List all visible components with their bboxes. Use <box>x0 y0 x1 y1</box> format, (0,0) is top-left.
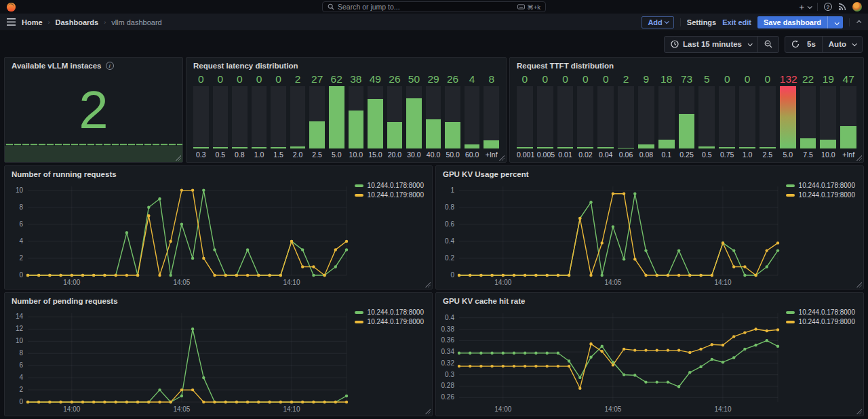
panel-title[interactable]: Request latency distribution <box>193 62 298 70</box>
bar-column[interactable]: 00.02 <box>577 73 593 159</box>
svg-text:10: 10 <box>16 337 24 344</box>
panel-title[interactable]: GPU KV cache hit rate <box>443 297 525 305</box>
bar-column[interactable]: 460.0 <box>465 73 480 159</box>
create-new-button[interactable]: + <box>799 3 811 12</box>
bar-column[interactable]: 1910.0 <box>820 73 836 159</box>
legend-swatch-icon <box>355 311 363 314</box>
bar-column[interactable]: 00.5 <box>213 73 229 159</box>
svg-text:4: 4 <box>19 374 23 381</box>
zoom-out-button[interactable] <box>758 37 778 52</box>
bar-column[interactable]: 625.0 <box>329 73 344 159</box>
legend-item[interactable]: 10.244.0.178:8000 <box>355 308 424 316</box>
add-panel-button[interactable]: Add <box>642 16 673 28</box>
time-series-pending-requests[interactable]: 0246810121414:0014:0514:10 10.244.0.178:… <box>6 308 429 414</box>
panel-title[interactable]: GPU KV Usage percent <box>443 170 529 178</box>
bar-column[interactable]: 00.04 <box>597 73 614 159</box>
bar-column[interactable]: 2620.0 <box>387 73 403 159</box>
auto-refresh-picker[interactable]: Auto <box>823 37 862 52</box>
bar-column[interactable]: 50.5 <box>698 73 715 159</box>
save-dashboard-button[interactable]: Save dashboard <box>757 16 843 28</box>
panel-title[interactable]: Number of pending requests <box>12 297 118 305</box>
panel-resize-handle[interactable] <box>498 155 505 161</box>
help-icon[interactable]: ? <box>824 3 832 11</box>
bar-column[interactable]: 47+Inf <box>840 73 856 159</box>
settings-button[interactable]: Settings <box>687 18 716 26</box>
panel-resize-handle[interactable] <box>425 281 431 287</box>
bar-track <box>290 86 306 148</box>
breadcrumb-dashboards[interactable]: Dashboards <box>56 18 99 26</box>
bar-column[interactable]: 20.06 <box>618 73 634 159</box>
panel-title[interactable]: Number of running requests <box>12 170 117 178</box>
news-rss-icon[interactable] <box>838 3 846 11</box>
exit-edit-button[interactable]: Exit edit <box>722 18 751 26</box>
panel-resize-handle[interactable] <box>856 155 862 161</box>
legend-item[interactable]: 10.244.0.178:8000 <box>355 182 424 189</box>
bar-column[interactable]: 227.5 <box>800 73 816 159</box>
bar-column[interactable]: 8+Inf <box>484 73 499 159</box>
legend-item[interactable]: 10.244.0.179:8000 <box>786 191 855 199</box>
time-series-cache-hit-rate[interactable]: 0.260.280.30.320.340.360.380.414:0014:05… <box>437 308 861 414</box>
bar-value-label: 0 <box>252 73 267 85</box>
bar-column[interactable]: 2940.0 <box>426 73 441 159</box>
time-series-running-requests[interactable]: 024681014:0014:0514:10 10.244.0.178:8000… <box>6 181 429 287</box>
bar-column[interactable]: 4915.0 <box>368 73 383 159</box>
search-input[interactable]: Search or jump to... ⌘+k <box>322 1 546 12</box>
time-series-gpu-kv-usage[interactable]: 00.20.40.60.8114:0014:0514:10 10.244.0.1… <box>437 181 861 287</box>
bar-gauge-latency[interactable]: 00.300.500.801.001.522.0272.5625.03810.0… <box>186 72 506 162</box>
bar-column[interactable]: 01.0 <box>739 73 755 159</box>
grafana-logo-icon[interactable] <box>6 2 16 12</box>
bar-column[interactable]: 272.5 <box>309 73 325 159</box>
bar-column[interactable]: 3810.0 <box>349 73 364 159</box>
svg-text:12: 12 <box>16 325 24 332</box>
collapse-toolbar-icon[interactable] <box>856 20 861 25</box>
bar-column[interactable]: 02.5 <box>760 73 776 159</box>
bar-column[interactable]: 90.08 <box>638 73 654 159</box>
bar-column[interactable]: 00.001 <box>517 73 533 159</box>
bar-value-label: 19 <box>820 73 836 85</box>
bar-fill <box>329 86 344 148</box>
panel-resize-handle[interactable] <box>175 155 181 161</box>
bar-category-label: 0.005 <box>537 148 553 159</box>
legend-item[interactable]: 10.244.0.179:8000 <box>786 318 855 325</box>
refresh-interval-label[interactable]: 5s <box>806 37 822 52</box>
bar-track <box>760 86 776 148</box>
bar-column[interactable]: 00.8 <box>232 73 248 159</box>
bar-fill <box>618 148 634 148</box>
profile-avatar[interactable] <box>852 2 862 12</box>
menu-icon[interactable] <box>7 18 16 26</box>
panel-resize-handle[interactable] <box>425 408 431 414</box>
bar-column[interactable]: 2650.0 <box>445 73 460 159</box>
legend-item[interactable]: 10.244.0.178:8000 <box>786 182 855 189</box>
bar-value-label: 0 <box>271 73 286 85</box>
legend-item[interactable]: 10.244.0.179:8000 <box>355 318 424 325</box>
bar-column[interactable]: 00.3 <box>193 73 209 159</box>
info-icon[interactable]: i <box>106 62 114 70</box>
bar-column[interactable]: 00.01 <box>557 73 574 159</box>
bar-fill <box>638 144 654 148</box>
time-range-picker[interactable]: Last 15 minutes <box>665 37 757 52</box>
bar-fill <box>252 147 267 148</box>
bar-column[interactable]: 22.0 <box>290 73 306 159</box>
bar-fill <box>800 138 816 148</box>
panel-title[interactable]: Request TTFT distribution <box>517 62 614 70</box>
panel-request-latency-distribution: Request latency distribution 00.300.500.… <box>186 57 507 163</box>
bar-column[interactable]: 01.5 <box>271 73 286 159</box>
legend-item[interactable]: 10.244.0.178:8000 <box>786 308 855 316</box>
save-options-caret[interactable] <box>827 16 843 28</box>
legend-item[interactable]: 10.244.0.179:8000 <box>355 191 424 199</box>
bar-gauge-ttft[interactable]: 00.00100.00500.0100.0200.0420.0690.08180… <box>510 72 863 162</box>
bar-track <box>252 86 267 148</box>
bar-column[interactable]: 01.0 <box>252 73 267 159</box>
panel-title[interactable]: Available vLLM instaces <box>12 62 102 70</box>
bar-column[interactable]: 180.1 <box>658 73 675 159</box>
legend-series-label: 10.244.0.178:8000 <box>799 182 855 189</box>
bar-column[interactable]: 5030.0 <box>406 73 422 159</box>
breadcrumb-home[interactable]: Home <box>22 18 43 26</box>
bar-column[interactable]: 00.005 <box>537 73 553 159</box>
bar-column[interactable]: 00.75 <box>719 73 735 159</box>
bar-column[interactable]: 730.25 <box>679 73 695 159</box>
panel-resize-handle[interactable] <box>856 281 862 287</box>
panel-resize-handle[interactable] <box>856 408 862 414</box>
bar-column[interactable]: 1325.0 <box>780 73 796 159</box>
refresh-button[interactable] <box>785 37 806 52</box>
